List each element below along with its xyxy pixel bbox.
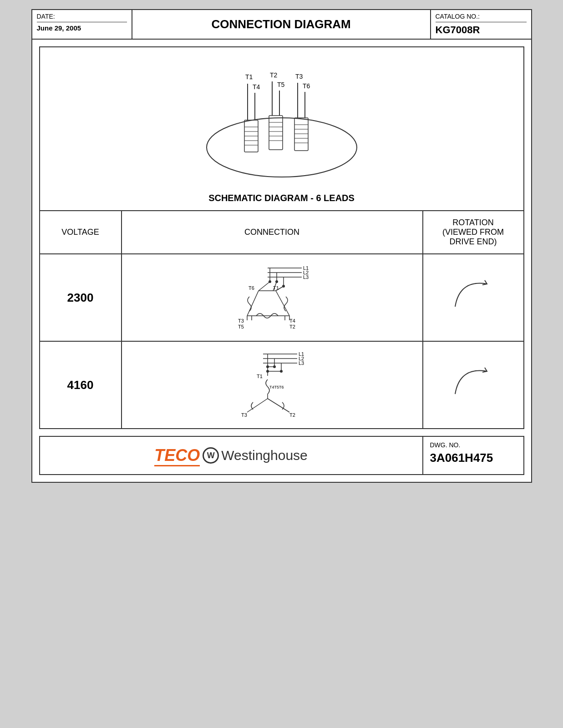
connection-table: VOLTAGE CONNECTION ROTATION(VIEWED FROMD… bbox=[40, 211, 523, 428]
date-value: June 29, 2005 bbox=[37, 24, 81, 32]
t6-label: T6 bbox=[303, 82, 310, 90]
header: DATE: June 29, 2005 CONNECTION DIAGRAM C… bbox=[32, 10, 531, 40]
rotation-cw-svg bbox=[446, 275, 501, 320]
svg-text:T6: T6 bbox=[249, 285, 254, 291]
westinghouse-text: Westinghouse bbox=[221, 448, 308, 463]
schematic-title: SCHEMATIC DIAGRAM - 6 LEADS bbox=[49, 188, 514, 206]
schematic-diagram: T1 T2 T3 T4 T5 T6 bbox=[49, 56, 514, 184]
diagram-title: CONNECTION DIAGRAM bbox=[132, 10, 431, 39]
westinghouse-brand: W Westinghouse bbox=[203, 447, 308, 464]
svg-text:T5: T5 bbox=[238, 324, 244, 329]
dwg-value: 3A061H475 bbox=[430, 451, 493, 465]
catalog-section: CATALOG NO.: KG7008R bbox=[431, 10, 531, 39]
table-row-2300: 2300 L1 L2 L3 bbox=[40, 254, 523, 342]
svg-text:T4: T4 bbox=[289, 318, 295, 324]
t5-label: T5 bbox=[277, 81, 285, 88]
voltage-2300: 2300 bbox=[40, 254, 122, 341]
delta-connection-svg: L1 L2 L3 bbox=[222, 261, 322, 334]
svg-point-70 bbox=[266, 370, 269, 373]
connection-4160: L1 L2 L3 T1 bbox=[122, 342, 423, 428]
voltage-4160: 4160 bbox=[40, 342, 122, 428]
wye-connection-svg: L1 L2 L3 T1 bbox=[222, 349, 322, 421]
teco-logo: TECO W Westinghouse bbox=[154, 446, 308, 465]
logo-section: TECO W Westinghouse bbox=[40, 437, 423, 474]
svg-rect-17 bbox=[294, 118, 308, 151]
w-circle-icon: W bbox=[203, 447, 219, 464]
svg-text:L3: L3 bbox=[299, 360, 304, 366]
svg-text:T4T5T6: T4T5T6 bbox=[269, 385, 284, 389]
col-header-rotation: ROTATION(VIEWED FROMDRIVE END) bbox=[423, 211, 523, 253]
table-header-row: VOLTAGE CONNECTION ROTATION(VIEWED FROMD… bbox=[40, 211, 523, 254]
motor-schematic-svg: T1 T2 T3 T4 T5 T6 bbox=[191, 56, 373, 184]
catalog-value: KG7008R bbox=[436, 24, 480, 35]
schematic-section: T1 T2 T3 T4 T5 T6 SCHEMATIC DIAGRAM - 6 … bbox=[40, 47, 523, 211]
main-content: T1 T2 T3 T4 T5 T6 SCHEMATIC DIAGRAM - 6 … bbox=[39, 46, 524, 429]
dwg-section: DWG. NO. 3A061H475 bbox=[423, 437, 523, 474]
svg-text:T3: T3 bbox=[238, 318, 244, 324]
t4-label: T4 bbox=[253, 83, 260, 91]
svg-rect-9 bbox=[269, 116, 283, 150]
svg-line-42 bbox=[276, 291, 289, 316]
rotation-2300 bbox=[423, 254, 523, 341]
footer: TECO W Westinghouse DWG. NO. 3A061H475 bbox=[39, 436, 524, 475]
dwg-label: DWG. NO. bbox=[430, 441, 517, 449]
svg-text:T3: T3 bbox=[241, 412, 247, 418]
col-header-voltage: VOLTAGE bbox=[40, 211, 122, 253]
date-label: DATE: bbox=[37, 13, 127, 22]
svg-text:T1: T1 bbox=[257, 374, 263, 379]
svg-line-37 bbox=[259, 282, 270, 291]
catalog-label: CATALOG NO.: bbox=[436, 13, 527, 22]
t1-label: T1 bbox=[245, 73, 253, 81]
date-section: DATE: June 29, 2005 bbox=[32, 10, 132, 39]
connection-2300: L1 L2 L3 bbox=[122, 254, 423, 341]
t3-label: T3 bbox=[295, 73, 303, 80]
svg-text:T1: T1 bbox=[273, 285, 279, 291]
svg-text:L3: L3 bbox=[303, 274, 309, 280]
svg-line-73 bbox=[247, 399, 268, 412]
table-row-4160: 4160 L1 L2 L3 bbox=[40, 342, 523, 428]
svg-text:T2: T2 bbox=[289, 412, 295, 418]
svg-text:T2: T2 bbox=[289, 324, 295, 329]
svg-line-74 bbox=[268, 399, 289, 412]
col-header-connection: CONNECTION bbox=[122, 211, 423, 253]
rotation-cw2-svg bbox=[446, 362, 501, 408]
t2-label: T2 bbox=[270, 71, 278, 79]
page: DATE: June 29, 2005 CONNECTION DIAGRAM C… bbox=[31, 9, 532, 483]
teco-brand-text: TECO bbox=[154, 446, 200, 465]
rotation-4160 bbox=[423, 342, 523, 428]
